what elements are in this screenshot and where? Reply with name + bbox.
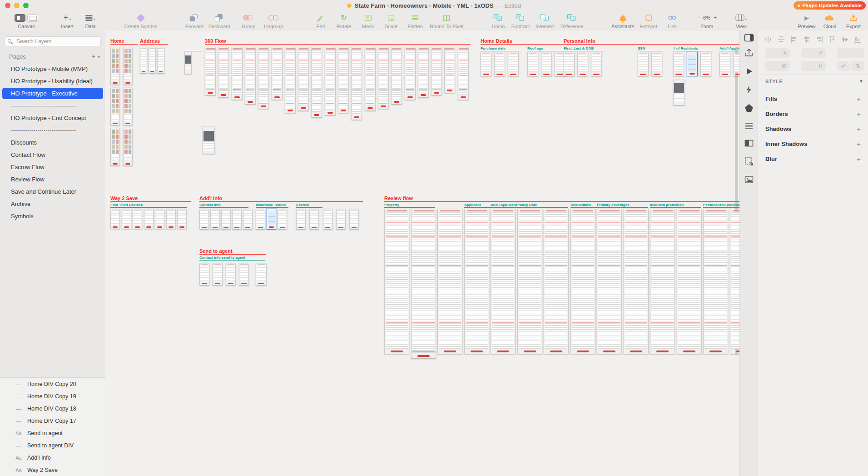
distribute-horizontally-icon[interactable] bbox=[764, 35, 773, 44]
artboard[interactable] bbox=[203, 126, 215, 154]
subtract-button[interactable]: Subtract bbox=[511, 13, 530, 29]
layer-list-item[interactable]: —Home DIV Copy 17 bbox=[0, 415, 105, 427]
canvas-button[interactable]: Canvas bbox=[15, 13, 38, 29]
artboard[interactable] bbox=[677, 209, 702, 354]
artboard[interactable] bbox=[700, 52, 711, 76]
grid-icon[interactable] bbox=[743, 120, 755, 132]
align-top-icon[interactable] bbox=[828, 35, 836, 44]
create-symbol-button[interactable]: Create Symbol bbox=[124, 13, 158, 29]
artboard[interactable] bbox=[638, 52, 649, 76]
canvas-subgroup-label[interactable]: # of Residents bbox=[673, 46, 698, 50]
canvas-subgroup-label[interactable]: SSN bbox=[638, 46, 645, 50]
artboard[interactable] bbox=[527, 52, 538, 76]
canvas-subgroup-label[interactable]: Property bbox=[384, 203, 399, 207]
canvas-group-label[interactable]: Add'l Info bbox=[199, 195, 222, 201]
style-row-shadows[interactable]: Shadows+ bbox=[758, 121, 868, 136]
artboard[interactable] bbox=[391, 47, 402, 105]
align-right-icon[interactable] bbox=[815, 35, 823, 44]
artboard[interactable] bbox=[405, 47, 416, 100]
width-field[interactable]: W bbox=[765, 61, 790, 71]
artboard[interactable] bbox=[323, 209, 332, 230]
artboard[interactable] bbox=[624, 209, 649, 354]
sidebar-page-item[interactable]: Discounts bbox=[0, 136, 105, 149]
panel-toggle-icon[interactable] bbox=[743, 32, 755, 44]
artboard[interactable] bbox=[597, 209, 622, 354]
canvas-group-label[interactable]: Send to agent bbox=[199, 248, 233, 254]
artboard[interactable] bbox=[418, 47, 429, 98]
artboard[interactable] bbox=[213, 263, 223, 286]
image-add-icon[interactable] bbox=[743, 174, 755, 185]
assistants-button[interactable]: Assistants bbox=[611, 13, 634, 29]
backward-button[interactable]: Backward bbox=[208, 13, 230, 29]
play-icon[interactable] bbox=[743, 65, 755, 77]
cloud-button[interactable]: Cloud bbox=[823, 13, 837, 29]
layer-list-item[interactable]: AaSend to agent bbox=[0, 427, 105, 439]
artboard[interactable] bbox=[365, 47, 376, 111]
preview-button[interactable]: ▶Preview bbox=[798, 13, 815, 29]
artboard[interactable] bbox=[243, 209, 253, 230]
artboard[interactable] bbox=[267, 209, 276, 230]
half-grid-icon[interactable] bbox=[743, 137, 755, 149]
ungroup-button[interactable]: Ungroup bbox=[264, 13, 283, 29]
artboard[interactable] bbox=[730, 209, 739, 354]
y-position-field[interactable]: Y bbox=[801, 48, 826, 58]
artboard[interactable] bbox=[464, 209, 489, 354]
artboard[interactable] bbox=[703, 209, 728, 354]
canvas-group-label[interactable]: Home bbox=[110, 38, 124, 44]
artboard[interactable] bbox=[458, 47, 469, 100]
canvas-subgroup-label[interactable]: Roof age bbox=[527, 46, 543, 50]
x-position-field[interactable]: X bbox=[765, 48, 790, 58]
plugin-updates-badge[interactable]: Plugin Updates Available bbox=[794, 1, 866, 10]
forward-button[interactable]: Forward bbox=[185, 13, 203, 29]
canvas-subgroup-label[interactable]: First, Last & DOB bbox=[564, 46, 594, 50]
artboard[interactable] bbox=[650, 209, 675, 354]
artboard[interactable] bbox=[431, 47, 442, 95]
rotate-button[interactable]: ↻Rotate bbox=[337, 13, 351, 29]
artboard[interactable] bbox=[245, 47, 256, 105]
sidebar-page-item[interactable]: HO Prototype - End Concept bbox=[0, 112, 105, 124]
artboard[interactable] bbox=[123, 47, 133, 85]
artboard[interactable] bbox=[481, 52, 491, 76]
canvas-subgroup-label[interactable]: Primary coverages bbox=[597, 203, 630, 207]
artboard[interactable] bbox=[157, 47, 164, 74]
height-field[interactable]: H bbox=[801, 61, 826, 71]
artboard[interactable] bbox=[309, 209, 319, 230]
artboard[interactable] bbox=[177, 209, 187, 229]
artboard[interactable] bbox=[349, 209, 359, 230]
layer-list-item[interactable]: —Home DIV Copy 19 bbox=[0, 390, 105, 402]
round-to-pixel-button[interactable]: Round To Pixel bbox=[430, 13, 463, 29]
style-row-fills[interactable]: Fills+ bbox=[758, 91, 868, 106]
artboard[interactable] bbox=[110, 209, 120, 229]
sidebar-page-item[interactable]: Symbols bbox=[0, 210, 105, 222]
artboard[interactable] bbox=[733, 52, 739, 76]
align-bottom-icon[interactable] bbox=[853, 35, 862, 44]
canvas-subgroup-label[interactable]: Deductibles bbox=[570, 203, 591, 207]
canvas-group-label[interactable]: 360 Flow bbox=[205, 38, 226, 44]
artboard[interactable] bbox=[110, 87, 120, 125]
artboard[interactable] bbox=[239, 263, 249, 286]
canvas-subgroup-label[interactable]: Personalized protection bbox=[703, 203, 739, 207]
artboard[interactable] bbox=[140, 47, 147, 74]
canvas-subgroup-label[interactable]: Included protection bbox=[650, 203, 684, 207]
artboard[interactable] bbox=[272, 47, 283, 100]
artboard[interactable] bbox=[577, 52, 588, 76]
artboard[interactable] bbox=[338, 47, 349, 113]
link-button[interactable]: Link bbox=[668, 13, 677, 29]
pages-collapse-icon[interactable]: ▾ bbox=[98, 54, 100, 59]
sidebar-page-item[interactable]: Archive bbox=[0, 198, 105, 210]
zoom-in-button[interactable]: + bbox=[713, 15, 718, 21]
artboard[interactable] bbox=[210, 209, 220, 230]
artboard[interactable] bbox=[232, 47, 243, 100]
artboard[interactable] bbox=[437, 209, 462, 354]
artboard[interactable] bbox=[384, 209, 409, 354]
artboard[interactable] bbox=[378, 47, 389, 109]
align-middle-vertically-icon[interactable] bbox=[841, 35, 849, 44]
artboard[interactable] bbox=[673, 79, 685, 105]
artboard[interactable] bbox=[719, 52, 730, 76]
canvas-dark-segment-icon[interactable] bbox=[15, 14, 25, 22]
artboard[interactable] bbox=[110, 47, 120, 85]
align-left-icon[interactable] bbox=[790, 35, 798, 44]
artboard[interactable] bbox=[226, 263, 236, 286]
artboard[interactable] bbox=[687, 52, 698, 76]
view-button[interactable]: ▾View bbox=[735, 13, 747, 29]
